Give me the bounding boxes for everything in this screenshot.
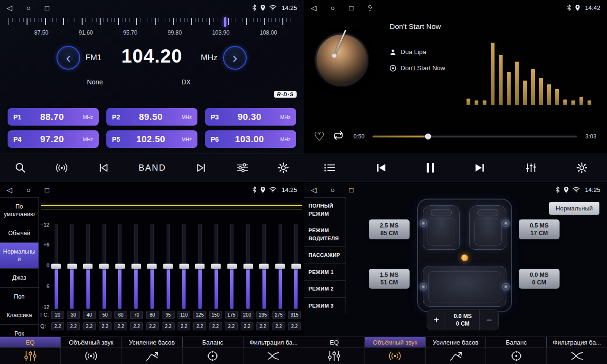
mode-2[interactable]: РЕЖИМ 2 (304, 281, 346, 298)
home-button[interactable]: ○ (27, 4, 31, 11)
tab-icon-balance[interactable] (183, 348, 243, 364)
seek-bar[interactable] (373, 136, 577, 137)
home-button[interactable]: ○ (331, 186, 335, 193)
eq-band-slider[interactable] (51, 224, 61, 309)
recents-button[interactable]: □ (349, 186, 354, 193)
delay-rear-left[interactable]: 1.5 MS 51 CM (369, 269, 410, 289)
seek-stations-button[interactable] (55, 163, 68, 173)
delay-front-left[interactable]: 2.5 MS 85 CM (369, 219, 410, 239)
tune-down-button[interactable]: ‹ (56, 46, 80, 70)
eq-preset-jazz[interactable]: Джаз (0, 269, 38, 287)
eq-preset-custom[interactable]: Обычай (0, 224, 38, 243)
mode-driver[interactable]: РЕЖИМ ВОДИТЕЛЯ (304, 222, 346, 247)
eq-preset-pop[interactable]: Поп (0, 288, 38, 306)
decrease-delay-button[interactable]: − (479, 310, 498, 330)
eq-band-slider[interactable] (179, 224, 189, 309)
eq-band-slider[interactable] (195, 224, 205, 309)
tab-icon-surround[interactable] (61, 348, 121, 364)
repeat-button[interactable] (332, 130, 345, 143)
settings-button[interactable] (576, 162, 588, 173)
sound-preset-button[interactable]: Нормальный (549, 202, 599, 215)
recents-button[interactable]: □ (45, 4, 49, 11)
audio-settings-button[interactable] (236, 163, 249, 173)
frequency-scale[interactable] (9, 18, 295, 27)
mixer-button[interactable] (525, 163, 537, 173)
preset-p2[interactable]: P2 89.50 MHz (106, 108, 197, 126)
band-button[interactable]: BAND (139, 163, 166, 173)
tune-up-button[interactable]: › (223, 46, 247, 70)
back-button[interactable]: ◁ (311, 4, 317, 11)
tab-surround[interactable]: Объёмный звук (365, 337, 426, 347)
favorite-button[interactable]: ♡ (314, 130, 325, 143)
recents-button[interactable]: □ (45, 186, 49, 193)
tab-icon-eq[interactable] (304, 348, 365, 364)
recents-button[interactable]: □ (349, 4, 354, 11)
scan-button[interactable] (15, 162, 26, 173)
back-button[interactable]: ◁ (7, 186, 12, 193)
fc-value: 200 (241, 311, 253, 319)
album-art (315, 33, 368, 86)
delay-front-right[interactable]: 0.5 MS 17 CM (519, 219, 560, 239)
eq-band-slider[interactable] (147, 224, 157, 309)
progress-knob[interactable] (425, 134, 431, 140)
settings-button[interactable] (278, 162, 289, 173)
next-station-button[interactable] (195, 163, 207, 173)
preset-p3[interactable]: P3 90.30 MHz (205, 108, 296, 126)
eq-band-slider[interactable] (67, 224, 77, 309)
tab-eq[interactable]: EQ (304, 337, 365, 347)
tab-surround[interactable]: Объёмный звук (61, 337, 121, 347)
tab-icon-filter[interactable] (547, 348, 607, 364)
home-button[interactable]: ○ (331, 4, 335, 11)
eq-band-slider[interactable] (243, 224, 253, 309)
tab-icon-eq[interactable] (0, 348, 61, 364)
eq-preset-classic[interactable]: Классика (0, 306, 38, 325)
eq-band-slider[interactable] (259, 224, 269, 309)
preset-p1[interactable]: P1 88.70 MHz (8, 108, 99, 126)
eq-band-slider[interactable] (115, 224, 125, 309)
balance-icon (207, 350, 218, 362)
tab-icon-filter[interactable] (243, 348, 304, 364)
mode-3[interactable]: РЕЖИМ 3 (304, 298, 346, 315)
eq-band-slider[interactable] (131, 224, 141, 309)
eq-band-slider[interactable] (275, 224, 285, 309)
delay-rear-right[interactable]: 0.0 MS 0 CM (519, 269, 560, 289)
eq-band-slider[interactable] (99, 224, 109, 309)
back-button[interactable]: ◁ (7, 4, 12, 11)
mode-1[interactable]: РЕЖИМ 1 (304, 264, 346, 281)
tab-bass-boost[interactable]: Усиление басов (426, 337, 486, 347)
eq-band-slider[interactable] (163, 224, 173, 309)
preset-p4[interactable]: P4 97.20 MHz (8, 130, 99, 148)
tab-icon-surround[interactable] (365, 348, 426, 364)
gear-icon (576, 162, 588, 173)
preset-p5[interactable]: P5 102.50 MHz (106, 130, 197, 148)
next-track-button[interactable] (473, 163, 486, 173)
eq-preset-normal[interactable]: Нормальный (0, 243, 38, 269)
preset-p6[interactable]: P6 103.00 MHz (205, 130, 296, 148)
previous-station-button[interactable] (97, 163, 110, 173)
tab-icon-bass-boost[interactable] (426, 348, 486, 364)
eq-band-slider[interactable] (227, 224, 237, 309)
eq-preset-default[interactable]: По умолчанию (0, 198, 38, 224)
playlist-button[interactable] (324, 163, 336, 173)
back-button[interactable]: ◁ (311, 186, 317, 193)
eq-band-slider[interactable] (83, 224, 93, 309)
home-button[interactable]: ○ (27, 186, 31, 193)
mode-full[interactable]: ПОЛНЫЙ РЕЖИМ (304, 198, 346, 222)
tab-filter[interactable]: Фильтрация ба... (547, 337, 607, 347)
tab-eq[interactable]: EQ (0, 337, 61, 347)
tab-filter[interactable]: Фильтрация ба... (243, 337, 304, 347)
tab-balance[interactable]: Баланс (486, 337, 547, 347)
pause-button[interactable] (427, 163, 434, 173)
tab-bass-boost[interactable]: Усиление басов (121, 337, 182, 347)
tab-icon-balance[interactable] (486, 348, 547, 364)
increase-delay-button[interactable]: + (427, 310, 446, 330)
eq-band-slider[interactable] (291, 224, 301, 309)
previous-track-button[interactable] (374, 163, 388, 173)
audio-tab-bar: EQ Объёмный звук Усиление басов Баланс Ф… (304, 337, 607, 347)
listening-position-marker[interactable] (461, 255, 468, 261)
tab-icon-bass-boost[interactable] (121, 348, 182, 364)
fc-value: 50 (99, 311, 112, 319)
eq-band-slider[interactable] (211, 224, 221, 309)
tab-balance[interactable]: Баланс (183, 337, 243, 347)
mode-passenger[interactable]: ПАССАЖИР (304, 247, 346, 264)
